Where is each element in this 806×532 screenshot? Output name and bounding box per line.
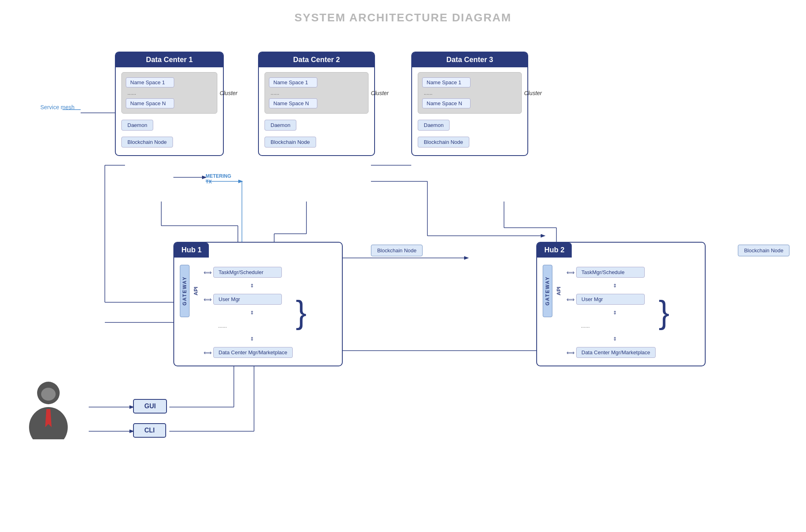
hub1-box: Hub 1 Blockchain Node GATEWAY API ⟺ Task… <box>173 242 343 366</box>
dc3-cluster-box: Name Space 1 ...... Name Space N <box>418 72 522 114</box>
hub1-api: API <box>191 265 200 317</box>
person-icon <box>24 379 73 439</box>
hub2-api: API <box>554 265 563 317</box>
dc1-box: Data Center 1 Name Space 1 ...... Name S… <box>115 52 224 156</box>
hub1-brace: } <box>296 265 307 360</box>
dc2-blockchain-node: Blockchain Node <box>265 137 316 148</box>
hub1-service-3: Data Center Mgr/Marketplace <box>213 347 293 358</box>
dc1-header: Data Center 1 <box>116 52 223 67</box>
user-person <box>24 379 73 441</box>
hub1-header: Hub 1 <box>174 243 209 258</box>
hub1-service-dots: ...... <box>213 321 282 331</box>
hub1-blockchain-node-label: Blockchain Node <box>371 245 423 256</box>
page-title: SYSTEM ARCHITECTURE DIAGRAM <box>294 11 511 24</box>
hub2-service-1: User Mgr <box>576 294 645 305</box>
hub2-service-dots: ...... <box>576 321 645 331</box>
dc3-nsn: Name Space N <box>422 98 471 108</box>
dc2-daemon: Daemon <box>265 120 296 131</box>
dc1-daemon: Daemon <box>121 120 153 131</box>
dc1-dots: ...... <box>126 90 213 96</box>
gui-box[interactable]: GUI <box>133 399 167 414</box>
hub2-service-0: TaskMgr/Schedule <box>576 267 645 278</box>
dc2-cluster-label: Cluster <box>371 90 389 96</box>
metering-label: METERINGTX <box>206 173 231 185</box>
service-mesh-label: Service mesh <box>40 104 75 110</box>
dc3-cluster-label: Cluster <box>524 90 542 96</box>
dc1-nsn: Name Space N <box>126 98 174 108</box>
dc2-nsn: Name Space N <box>269 98 317 108</box>
dc3-ns1: Name Space 1 <box>422 77 471 87</box>
hub2-header: Hub 2 <box>537 243 572 258</box>
dc3-dots: ...... <box>422 90 517 96</box>
hub1-service-0: TaskMgr/Scheduler <box>213 267 282 278</box>
dc2-header: Data Center 2 <box>259 52 374 67</box>
hub2-box: Hub 2 Blockchain Node GATEWAY API ⟺ Task… <box>536 242 706 366</box>
dc1-ns1: Name Space 1 <box>126 77 174 87</box>
dc2-box: Data Center 2 Name Space 1 ...... Name S… <box>258 52 375 156</box>
dc3-daemon: Daemon <box>418 120 450 131</box>
hub2-service-3: Data Center Mgr/Marketplace <box>576 347 656 358</box>
dc1-cluster-box: Name Space 1 ...... Name Space N <box>121 72 217 114</box>
hub2-blockchain-node-label: Blockchain Node <box>738 245 789 256</box>
hub2-brace: } <box>659 265 670 360</box>
dc3-blockchain-node: Blockchain Node <box>418 137 469 148</box>
dc2-dots: ...... <box>269 90 364 96</box>
svg-point-32 <box>41 388 56 401</box>
hub1-service-1: User Mgr <box>213 294 282 305</box>
dc2-cluster-box: Name Space 1 ...... Name Space N <box>265 72 369 114</box>
dc1-blockchain-node: Blockchain Node <box>121 137 173 148</box>
hub1-gateway: GATEWAY <box>180 265 190 317</box>
cli-box[interactable]: CLI <box>133 423 166 438</box>
dc3-box: Data Center 3 Name Space 1 ...... Name S… <box>411 52 528 156</box>
dc1-cluster-label: Cluster <box>220 90 237 96</box>
dc3-header: Data Center 3 <box>412 52 527 67</box>
hub2-gateway: GATEWAY <box>543 265 552 317</box>
dc2-ns1: Name Space 1 <box>269 77 317 87</box>
